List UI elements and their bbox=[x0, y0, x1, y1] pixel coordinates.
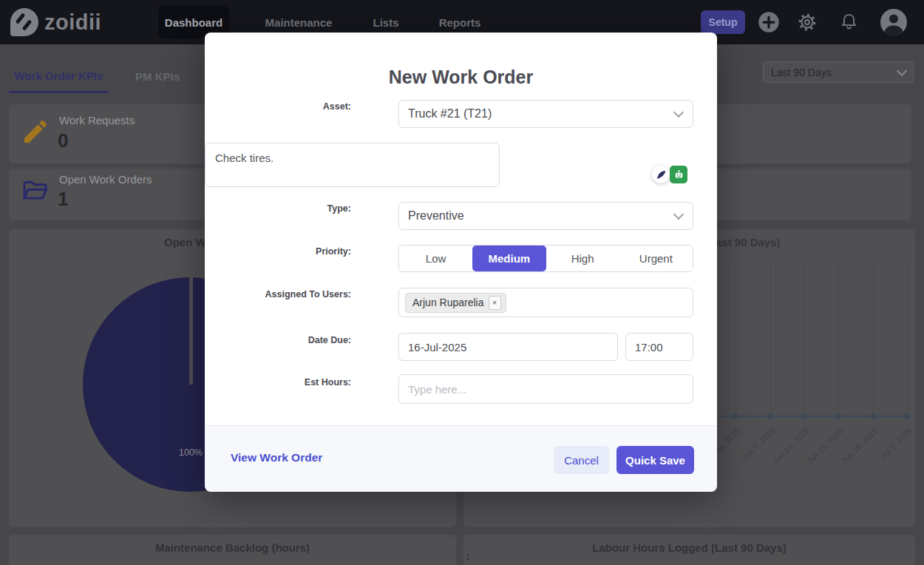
pencil-icon bbox=[21, 117, 50, 149]
date-range-value: Last 90 Days bbox=[771, 67, 832, 78]
chart-title: Maintenance Backlog (hours) bbox=[9, 541, 456, 554]
pie-slice-label: 100% bbox=[179, 447, 203, 458]
data-point bbox=[870, 413, 876, 419]
kpi-value: 0 bbox=[58, 129, 68, 152]
type-select[interactable]: Preventive bbox=[398, 202, 693, 230]
line-series bbox=[685, 416, 910, 417]
gridline bbox=[873, 260, 874, 417]
pie-chart-title: Open W bbox=[164, 236, 206, 248]
bell-icon[interactable] bbox=[839, 12, 859, 35]
assigned-users-label: Assigned To Users: bbox=[234, 289, 351, 300]
maintenance-backlog-card: Maintenance Backlog (hours) bbox=[9, 535, 456, 565]
assigned-users-input[interactable]: Arjun Ruparelia × bbox=[398, 288, 693, 317]
quick-save-button[interactable]: Quick Save bbox=[616, 446, 694, 474]
zoidii-logo-icon bbox=[10, 8, 38, 36]
user-chip-name: Arjun Ruparelia bbox=[412, 297, 484, 308]
gridline bbox=[770, 260, 771, 417]
chevron-down-icon bbox=[897, 65, 907, 75]
kpi-label: Work Requests bbox=[59, 114, 135, 126]
est-hours-input[interactable] bbox=[398, 374, 693, 404]
kpi-value: 1 bbox=[58, 188, 68, 211]
gridline bbox=[907, 260, 908, 417]
brand-name: zoidii bbox=[44, 8, 101, 36]
date-due-label: Date Due: bbox=[234, 335, 351, 345]
line-chart-title: ast 90 Days) bbox=[716, 236, 781, 248]
date-due-input[interactable] bbox=[398, 333, 618, 361]
setup-button[interactable]: Setup bbox=[701, 10, 745, 34]
y-axis-tick: 1 bbox=[466, 552, 470, 561]
details-textarea[interactable]: Check tires. bbox=[205, 143, 500, 187]
gear-icon[interactable] bbox=[797, 12, 818, 35]
cancel-button[interactable]: Cancel bbox=[554, 446, 609, 474]
chevron-down-icon bbox=[673, 209, 684, 220]
asset-value: Truck #21 (T21) bbox=[408, 107, 492, 121]
type-value: Preventive bbox=[408, 209, 464, 223]
data-point bbox=[767, 413, 773, 419]
user-chip: Arjun Ruparelia × bbox=[405, 293, 506, 313]
gridline bbox=[838, 260, 839, 417]
data-point bbox=[835, 413, 841, 419]
gridline bbox=[736, 260, 736, 417]
data-point bbox=[904, 413, 910, 419]
pie-slice-divider bbox=[189, 277, 193, 385]
priority-segmented-control: Low Medium High Urgent bbox=[398, 245, 693, 272]
gridline bbox=[804, 260, 805, 417]
data-point bbox=[801, 413, 807, 419]
quill-icon-button[interactable] bbox=[652, 166, 670, 183]
type-label: Type: bbox=[234, 203, 351, 214]
chevron-down-icon bbox=[673, 107, 684, 118]
labour-hours-card: Labour Hours Logged (Last 90 Days) 1 bbox=[463, 535, 915, 565]
brand[interactable]: zoidii bbox=[10, 8, 101, 36]
chart-title: Labour Hours Logged (Last 90 Days) bbox=[463, 541, 915, 554]
add-circle-icon[interactable] bbox=[758, 11, 780, 36]
ai-robot-icon-button[interactable] bbox=[670, 166, 687, 183]
time-due-input[interactable] bbox=[625, 333, 693, 361]
asset-select[interactable]: Truck #21 (T21) bbox=[398, 100, 693, 128]
priority-low-button[interactable]: Low bbox=[399, 246, 472, 271]
est-hours-label: Est Hours: bbox=[234, 377, 351, 388]
priority-medium-button[interactable]: Medium bbox=[472, 246, 546, 271]
remove-user-icon[interactable]: × bbox=[489, 296, 501, 310]
tab-work-order-kpis[interactable]: Work Order KPIs bbox=[9, 70, 109, 82]
new-work-order-modal: New Work Order Asset: Truck #21 (T21) De… bbox=[205, 33, 717, 491]
modal-footer: View Work Order Cancel Quick Save bbox=[205, 425, 717, 492]
tab-pm-kpis[interactable]: PM KPIs bbox=[133, 70, 182, 83]
kpi-label: Open Work Orders bbox=[59, 173, 152, 186]
data-point bbox=[733, 413, 738, 419]
priority-label: Priority: bbox=[234, 246, 351, 257]
priority-high-button[interactable]: High bbox=[546, 246, 619, 271]
avatar[interactable] bbox=[880, 8, 908, 39]
view-work-order-link[interactable]: View Work Order bbox=[231, 451, 322, 464]
active-tab-underline bbox=[9, 91, 109, 93]
folder-open-icon bbox=[21, 176, 50, 209]
date-range-select[interactable]: Last 90 Days bbox=[763, 61, 914, 83]
priority-urgent-button[interactable]: Urgent bbox=[619, 246, 693, 271]
asset-label: Asset: bbox=[234, 101, 351, 112]
modal-title: New Work Order bbox=[205, 67, 717, 88]
